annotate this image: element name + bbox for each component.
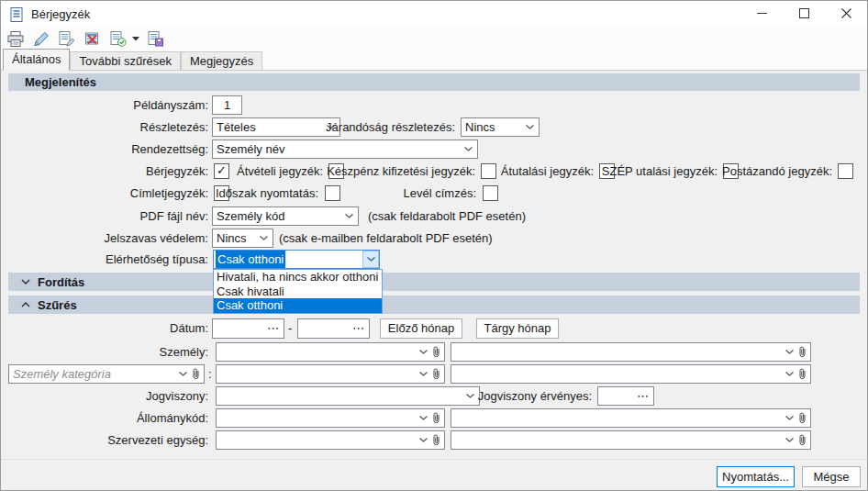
szemely-kategoria-value-select-1[interactable] [216,364,445,384]
szervezeti-egyseg-select-2[interactable] [451,430,811,450]
allomanykod-select-1[interactable] [216,408,445,428]
chevron-down-icon[interactable] [362,251,379,268]
jogviszony-select[interactable] [216,386,480,406]
close-button[interactable] [825,1,867,28]
kategoria-colon: : [208,364,212,384]
chevron-down-icon [522,125,539,129]
jarandosag-reszletezes-select[interactable]: Nincs [461,117,540,137]
allomanykod-select-2[interactable] [451,408,811,428]
chevron-down-icon [782,416,798,420]
elerhetoseg-tipusa-select[interactable]: Csak otthoni [213,250,380,269]
berjegyzek-checkbox-label: Bérjegyzék: [146,163,208,179]
tab-label: Megjegyzés [190,54,253,68]
paperclip-icon[interactable] [432,368,444,380]
paperclip-icon[interactable] [798,346,810,358]
pdf-fajl-nev-note: (csak feldarabolt PDF esetén) [368,206,526,226]
jelszavas-vedelem-select[interactable]: Nincs [212,229,273,248]
title-bar: Bérjegyzék [1,1,867,28]
idoszak-nyomtatas-checkbox[interactable] [325,185,340,201]
postazando-jegyzek-checkbox-label: Postázandó jegyzék: [722,163,832,179]
jogviszony-label: Jogviszony: [146,386,208,406]
paperclip-icon[interactable] [432,412,444,424]
section-title: Megjelenítés [25,75,96,89]
elerhetoseg-dropdown-list: Hivatali, ha nincs akkor otthoni Csak hi… [213,269,383,314]
datum-tol-field[interactable]: ⋯ [212,318,284,339]
dropdown-option-selected[interactable]: Csak otthoni [214,298,382,313]
keszpenz-kifizetesi-checkbox-label: Készpénz kifizetési jegyzék: [327,163,475,179]
jelszavas-vedelem-label: Jelszavas védelem: [105,229,208,248]
datum-tol-picker-button[interactable]: ⋯ [267,320,284,337]
section-header-megjelenites[interactable]: Megjelenítés [8,73,860,91]
paperclip-icon[interactable] [432,434,444,446]
reszletezes-label: Részletezés: [140,117,208,137]
toolbar [1,28,867,50]
datum-ig-picker-button[interactable]: ⋯ [352,320,369,337]
dropdown-arrow-icon[interactable] [131,28,140,49]
paperclip-icon[interactable] [798,434,810,446]
section-header-szures[interactable]: Szűrés [8,296,860,314]
datum-label: Dátum: [170,318,208,339]
paperclip-icon[interactable] [798,368,810,380]
jogviszony-ervenyes-picker-button[interactable]: ⋯ [637,388,653,405]
section-header-forditas[interactable]: Fordítás [8,273,860,291]
tab-altalanos[interactable]: Általános [3,49,70,71]
chevron-down-icon [782,372,798,376]
pdf-fajl-nev-select[interactable]: Személy kód [212,206,359,226]
paperclip-icon[interactable] [798,412,810,424]
document-check-icon[interactable] [108,28,128,49]
chevron-down-icon [462,394,479,398]
dropdown-option[interactable]: Hivatali, ha nincs akkor otthoni [214,270,382,285]
document-delete-icon[interactable] [83,28,103,49]
chevron-down-icon [341,214,358,218]
targy-honap-button[interactable]: Tárgy hónap [476,318,559,339]
document-properties-icon[interactable] [57,28,77,49]
chevron-down-icon [175,372,192,376]
jogviszony-ervenyes-field[interactable]: ⋯ [597,386,654,406]
berjegyzek-checkbox[interactable]: ✓ [214,163,229,179]
nyomtatas-button[interactable]: Nyomtatás... [717,466,795,487]
szemely-kategoria-value-select-2[interactable] [451,364,811,384]
tab-megjegyzes[interactable]: Megjegyzés [181,51,262,70]
print-icon[interactable] [6,28,26,49]
szervezeti-egyseg-label: Szervezeti egység: [107,430,208,450]
maximize-icon [799,7,809,21]
allomanykod-label: Állománykód: [137,408,208,428]
datum-separator: - [288,318,292,339]
keszpenz-kifizetesi-checkbox[interactable] [481,163,496,179]
document-save-icon[interactable] [146,28,166,49]
rendezettseg-value: Személy név [217,140,284,158]
paperclip-icon[interactable] [192,368,204,380]
level-cimzes-checkbox[interactable] [483,185,498,201]
postazando-jegyzek-checkbox[interactable] [838,163,853,179]
elozo-honap-button[interactable]: Előző hónap [380,318,462,339]
berjegyzek-window: Bérjegyzék Általános [0,0,868,491]
tab-strip: Általános További szűrések Megjegyzés [1,49,867,71]
pdf-fajl-nev-label: PDF fájl név: [140,206,208,226]
szervezeti-egyseg-select-1[interactable] [216,430,445,450]
rendezettseg-label: Rendezettség: [131,139,208,159]
elerhetoseg-tipusa-value: Csak otthoni [216,250,285,269]
szep-utalasi-checkbox-label: SZÉP utalási jegyzék: [602,163,718,179]
atveteli-jegyzek-checkbox-label: Átvételi jegyzék: [237,163,323,179]
tab-tovabbi-szuresek[interactable]: További szűrések [70,51,180,70]
szemely-kategoria-select[interactable]: Személy kategória [8,364,205,384]
edit-icon[interactable] [31,28,51,49]
dropdown-option[interactable]: Csak hivatali [214,285,382,299]
elerhetoseg-tipusa-label: Elérhetőség típusa: [106,250,208,269]
rendezettseg-select[interactable]: Személy név [212,139,478,159]
megse-button[interactable]: Mégse [802,466,861,487]
datum-ig-field[interactable]: ⋯ [297,318,370,339]
szemely-select-1[interactable] [216,342,445,362]
jelszavas-vedelem-note: (csak e-mailben feldarabolt PDF esetén) [279,229,493,248]
szemely-select-2[interactable] [451,342,811,362]
jogviszony-ervenyes-label: Jogviszony érvényes: [478,386,592,406]
minimize-button[interactable] [740,1,783,28]
chevron-down-icon [416,372,432,376]
paperclip-icon[interactable] [432,346,444,358]
chevron-down-icon [782,350,798,354]
maximize-button[interactable] [783,1,825,28]
reszletezes-select[interactable]: Tételes [212,117,340,137]
peldanyszam-input[interactable]: 1 [212,95,242,115]
window-controls [740,1,867,28]
chevron-down-icon [416,438,432,442]
